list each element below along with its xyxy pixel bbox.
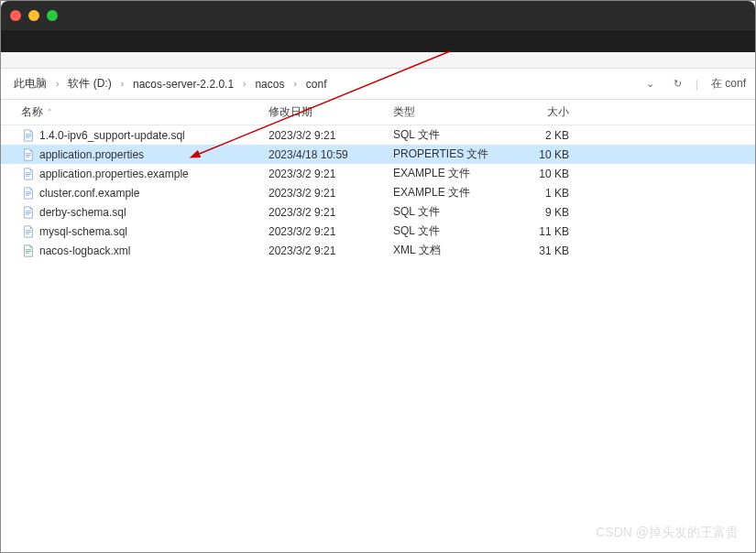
- file-name: mysql-schema.sql: [39, 225, 127, 238]
- cell-type: EXAMPLE 文件: [393, 166, 503, 181]
- cell-date: 2023/4/18 10:59: [268, 148, 393, 161]
- file-icon: [21, 128, 36, 143]
- cell-type: XML 文档: [393, 243, 503, 258]
- cell-date: 2023/3/2 9:21: [268, 244, 393, 257]
- svg-rect-18: [26, 249, 31, 250]
- traffic-lights: [10, 10, 58, 21]
- svg-rect-9: [26, 191, 31, 192]
- file-row[interactable]: derby-schema.sql 2023/3/2 9:21 SQL 文件 9 …: [1, 202, 755, 222]
- cell-name: derby-schema.sql: [21, 205, 268, 220]
- sort-indicator-icon: ˄: [48, 108, 52, 117]
- separator: |: [696, 78, 698, 91]
- cell-size: 2 KB: [503, 129, 569, 142]
- file-row[interactable]: cluster.conf.example 2023/3/2 9:21 EXAMP…: [1, 183, 755, 202]
- file-list: 1.4.0-ipv6_support-update.sql 2023/3/2 9…: [1, 125, 755, 260]
- cell-type: SQL 文件: [393, 223, 503, 239]
- toolbar-light: [1, 52, 755, 69]
- cell-size: 10 KB: [503, 168, 569, 180]
- maximize-icon[interactable]: [47, 10, 58, 21]
- search-hint[interactable]: 在 conf: [711, 76, 746, 92]
- cell-date: 2023/3/2 9:21: [268, 225, 393, 238]
- svg-rect-19: [26, 251, 31, 252]
- refresh-icon[interactable]: ↻: [668, 74, 688, 94]
- cell-size: 9 KB: [503, 206, 569, 219]
- cell-date: 2023/3/2 9:21: [268, 129, 393, 142]
- cell-name: mysql-schema.sql: [21, 224, 268, 239]
- file-name: derby-schema.sql: [39, 206, 126, 219]
- header-size[interactable]: 大小: [503, 104, 569, 120]
- svg-rect-15: [26, 230, 31, 231]
- cell-name: cluster.conf.example: [21, 186, 268, 201]
- close-icon[interactable]: [10, 10, 21, 21]
- cell-type: SQL 文件: [393, 127, 503, 143]
- header-type[interactable]: 类型: [393, 104, 503, 120]
- window-titlebar: [1, 1, 755, 30]
- svg-rect-8: [26, 175, 29, 176]
- cell-size: 10 KB: [503, 148, 569, 161]
- file-icon: [21, 147, 36, 162]
- svg-rect-17: [26, 233, 29, 233]
- file-icon: [21, 186, 36, 201]
- cell-date: 2023/3/2 9:21: [268, 206, 393, 219]
- crumb-folder[interactable]: nacos-server-2.2.0.1: [129, 76, 237, 92]
- svg-rect-16: [26, 232, 31, 233]
- svg-rect-12: [26, 211, 31, 211]
- svg-rect-3: [26, 153, 31, 154]
- toolbar-dark: [1, 30, 755, 52]
- file-row[interactable]: application.properties.example 2023/3/2 …: [1, 164, 755, 183]
- chevron-right-icon[interactable]: ›: [54, 79, 60, 89]
- chevron-right-icon[interactable]: ›: [241, 79, 247, 89]
- svg-rect-2: [26, 136, 29, 137]
- svg-rect-20: [26, 252, 29, 253]
- file-name: cluster.conf.example: [39, 187, 139, 200]
- header-date[interactable]: 修改日期: [268, 104, 393, 120]
- chevron-right-icon[interactable]: ›: [119, 79, 126, 89]
- file-row[interactable]: nacos-logback.xml 2023/3/2 9:21 XML 文档 3…: [1, 241, 755, 260]
- file-row[interactable]: mysql-schema.sql 2023/3/2 9:21 SQL 文件 11…: [1, 222, 755, 241]
- header-name[interactable]: 名称 ˄: [21, 104, 268, 120]
- file-name: application.properties: [39, 148, 144, 161]
- file-name: nacos-logback.xml: [39, 244, 130, 257]
- cell-name: application.properties: [21, 147, 268, 162]
- nav-controls: ⌄ ↻ | 在 conf: [641, 74, 746, 94]
- file-name: application.properties.example: [39, 168, 189, 180]
- svg-rect-6: [26, 172, 31, 173]
- main-panel: 名称 ˄ 修改日期 类型 大小 1.4.0-ipv6_support-updat…: [1, 100, 755, 552]
- file-row[interactable]: 1.4.0-ipv6_support-update.sql 2023/3/2 9…: [1, 125, 755, 145]
- file-icon: [21, 244, 36, 258]
- cell-date: 2023/3/2 9:21: [268, 168, 393, 180]
- crumb-drive[interactable]: 软件 (D:): [64, 74, 115, 93]
- column-headers: 名称 ˄ 修改日期 类型 大小: [1, 100, 755, 125]
- cell-name: nacos-logback.xml: [21, 244, 268, 258]
- crumb-folder[interactable]: conf: [302, 76, 331, 92]
- history-dropdown-icon[interactable]: ⌄: [641, 74, 661, 94]
- svg-rect-4: [26, 155, 31, 156]
- svg-rect-0: [26, 134, 31, 135]
- svg-rect-14: [26, 213, 29, 214]
- svg-rect-1: [26, 136, 31, 136]
- crumb-this-pc[interactable]: 此电脑: [10, 74, 50, 93]
- file-icon: [21, 205, 36, 220]
- file-name: 1.4.0-ipv6_support-update.sql: [39, 129, 185, 142]
- cell-type: EXAMPLE 文件: [393, 185, 503, 201]
- file-area: 名称 ˄ 修改日期 类型 大小 1.4.0-ipv6_support-updat…: [1, 100, 755, 552]
- file-icon: [21, 167, 36, 181]
- cell-date: 2023/3/2 9:21: [268, 187, 393, 200]
- chevron-right-icon[interactable]: ›: [291, 79, 298, 89]
- cell-name: application.properties.example: [21, 167, 268, 181]
- watermark: CSDN @掉头发的王富贵: [596, 525, 739, 541]
- breadcrumb[interactable]: 此电脑 › 软件 (D:) › nacos-server-2.2.0.1 › n…: [10, 74, 641, 93]
- minimize-icon[interactable]: [28, 10, 39, 21]
- svg-rect-11: [26, 194, 29, 195]
- cell-type: PROPERTIES 文件: [393, 146, 503, 162]
- breadcrumb-row: 此电脑 › 软件 (D:) › nacos-server-2.2.0.1 › n…: [1, 69, 755, 100]
- file-icon: [21, 224, 36, 239]
- cell-type: SQL 文件: [393, 204, 503, 220]
- cell-name: 1.4.0-ipv6_support-update.sql: [21, 128, 268, 143]
- crumb-folder[interactable]: nacos: [251, 76, 288, 92]
- file-row[interactable]: application.properties 2023/4/18 10:59 P…: [1, 145, 755, 164]
- cell-size: 11 KB: [503, 225, 569, 238]
- svg-rect-5: [26, 156, 29, 157]
- svg-rect-10: [26, 193, 31, 194]
- header-name-label: 名称: [21, 105, 43, 118]
